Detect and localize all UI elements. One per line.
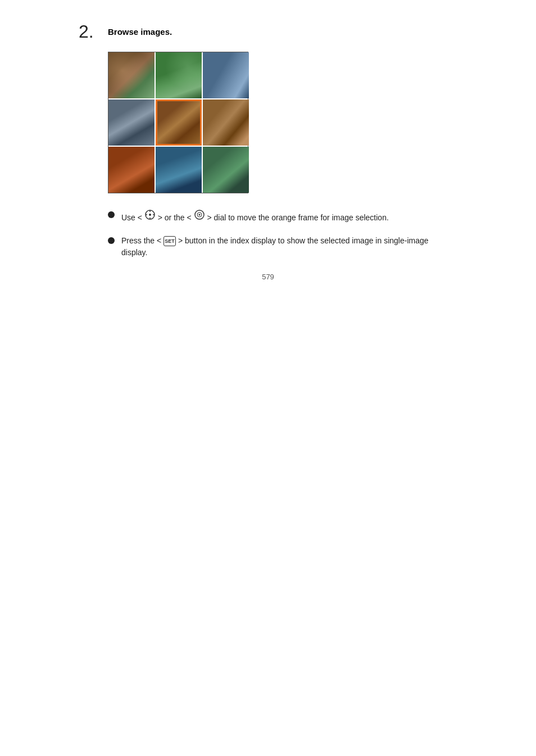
grid-cell-2 xyxy=(156,52,202,98)
bullet-text-2: Press the < SET > button in the index di… xyxy=(121,235,436,259)
grid-cell-1 xyxy=(108,52,155,98)
grid-cell-4 xyxy=(108,99,155,146)
dial-icon xyxy=(194,209,205,220)
bullet-dot-1 xyxy=(108,211,115,218)
set-icon: SET xyxy=(163,236,176,246)
grid-cell-8 xyxy=(156,147,202,193)
bullet-text-1: Use < > or the < > xyxy=(121,209,389,224)
page-number: 579 xyxy=(262,273,274,281)
grid-cell-6 xyxy=(203,99,249,146)
bullet-item-1: Use < > or the < > xyxy=(108,209,491,224)
step-number: 2. xyxy=(79,22,101,40)
bullet-item-2: Press the < SET > button in the index di… xyxy=(108,235,491,259)
image-grid-container xyxy=(108,52,491,193)
grid-cell-7 xyxy=(108,147,155,193)
page-container: 2. Browse images. Use < xyxy=(0,0,536,292)
grid-cell-3 xyxy=(203,52,249,98)
image-grid xyxy=(108,52,248,193)
svg-point-5 xyxy=(149,214,151,216)
multicontrol-icon xyxy=(144,209,156,220)
step-label: Browse images. xyxy=(108,27,172,37)
svg-point-8 xyxy=(198,214,200,216)
step-row: 2. Browse images. xyxy=(79,22,491,40)
grid-cell-5-highlighted xyxy=(156,99,202,146)
bullet-dot-2 xyxy=(108,237,115,244)
bullets-section: Use < > or the < > xyxy=(108,209,491,259)
grid-cell-9 xyxy=(203,147,249,193)
